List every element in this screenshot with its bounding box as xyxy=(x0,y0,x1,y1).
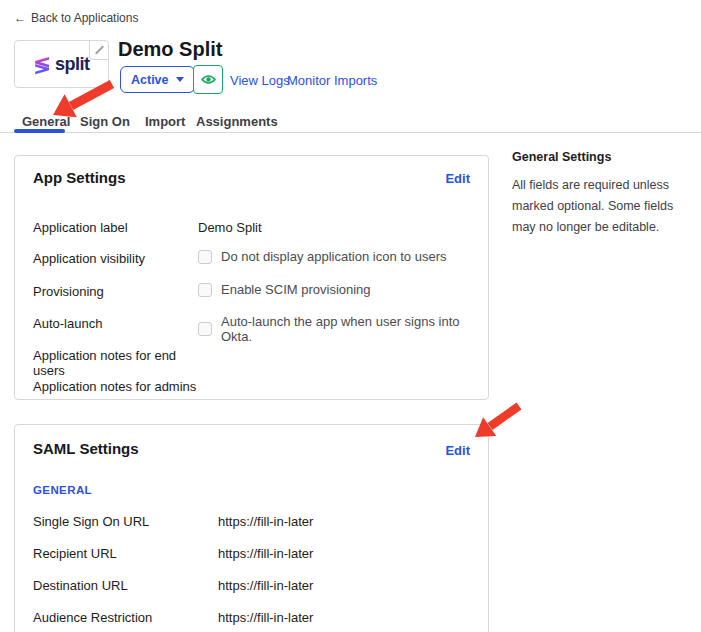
back-arrow-icon: ← xyxy=(14,11,26,25)
okta-app-page: ← Back to Applications ≶ split Demo Spli… xyxy=(0,0,701,632)
tab-sign-on[interactable]: Sign On xyxy=(80,114,145,129)
status-dropdown-button[interactable]: Active xyxy=(120,66,195,93)
app-settings-row-notes-admins: Application notes for admins xyxy=(33,379,474,394)
app-settings-row-provisioning: Provisioning Enable SCIM provisioning xyxy=(33,284,474,299)
destination-url-value: https://fill-in-later xyxy=(218,578,313,593)
caret-down-icon xyxy=(176,77,184,82)
help-panel-description: All fields are required unless marked op… xyxy=(512,175,694,238)
app-settings-row-auto-launch: Auto-launch Auto-launch the app when use… xyxy=(33,316,474,344)
auto-launch-checkbox-label: Auto-launch the app when user signs into… xyxy=(221,314,474,344)
recipient-url-value: https://fill-in-later xyxy=(218,546,313,561)
edit-logo-button[interactable] xyxy=(89,41,108,60)
tab-assignments[interactable]: Assignments xyxy=(196,114,286,129)
help-panel-title: General Settings xyxy=(512,150,694,164)
page-title: Demo Split xyxy=(118,38,222,61)
visibility-checkbox-label: Do not display application icon to users xyxy=(221,249,446,264)
split-logo-icon: ≶ xyxy=(33,54,51,75)
saml-row-sso-url: Single Sign On URL https://fill-in-later xyxy=(33,514,474,529)
saml-settings-card: SAML Settings Edit GENERAL Single Sign O… xyxy=(14,424,489,632)
tab-divider xyxy=(0,132,701,133)
back-to-applications-link[interactable]: ← Back to Applications xyxy=(14,11,138,25)
app-settings-row-notes-end-users: Application notes for end users xyxy=(33,348,474,378)
sso-url-value: https://fill-in-later xyxy=(218,514,313,529)
saml-row-audience-restriction: Audience Restriction https://fill-in-lat… xyxy=(33,610,474,625)
eye-icon xyxy=(201,74,216,85)
saml-row-recipient-url: Recipient URL https://fill-in-later xyxy=(33,546,474,561)
preview-button[interactable] xyxy=(193,65,223,94)
app-settings-card: App Settings Edit Application label Demo… xyxy=(14,155,489,400)
app-settings-edit-button[interactable]: Edit xyxy=(445,171,470,186)
app-settings-row-application-visibility: Application visibility Do not display ap… xyxy=(33,251,474,266)
monitor-imports-link[interactable]: Monitor Imports xyxy=(287,73,377,88)
view-logs-link[interactable]: View Logs xyxy=(230,73,290,88)
saml-settings-title: SAML Settings xyxy=(33,440,139,457)
visibility-checkbox[interactable] xyxy=(198,250,212,264)
scim-provisioning-checkbox[interactable] xyxy=(198,283,212,297)
split-logo-text: split xyxy=(55,54,90,75)
help-panel: General Settings All fields are required… xyxy=(512,150,694,238)
saml-settings-edit-button[interactable]: Edit xyxy=(445,443,470,458)
app-logo: ≶ split xyxy=(14,40,109,88)
auto-launch-checkbox[interactable] xyxy=(198,322,212,336)
audience-restriction-value: https://fill-in-later xyxy=(218,610,313,625)
app-settings-title: App Settings xyxy=(33,169,126,186)
saml-general-section-label: GENERAL xyxy=(33,484,92,496)
status-label: Active xyxy=(131,73,169,87)
app-settings-row-application-label: Application label Demo Split xyxy=(33,220,474,235)
tab-import[interactable]: Import xyxy=(145,114,196,129)
pencil-icon xyxy=(95,45,104,54)
saml-row-destination-url: Destination URL https://fill-in-later xyxy=(33,578,474,593)
tab-bar: General Sign On Import Assignments xyxy=(22,114,286,129)
scim-provisioning-checkbox-label: Enable SCIM provisioning xyxy=(221,282,371,297)
application-label-value: Demo Split xyxy=(198,220,262,235)
back-link-label: Back to Applications xyxy=(31,11,138,25)
tab-general[interactable]: General xyxy=(22,114,80,129)
active-tab-indicator xyxy=(14,129,65,133)
